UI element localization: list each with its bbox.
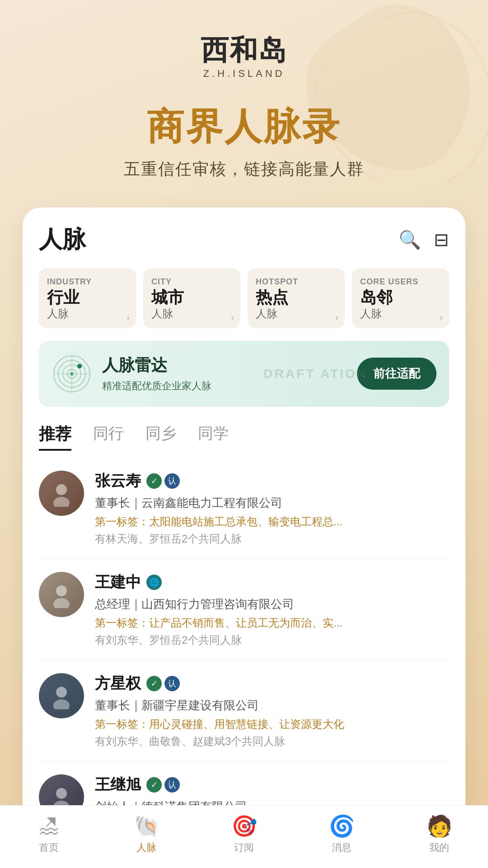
svg-point-6 [77,364,82,368]
person-row-0[interactable]: 张云寿 ✓认 董事长｜云南鑫能电力工程有限公司 第一标签：太阳能电站施工总承包、… [39,458,449,559]
category-tab-industry[interactable]: INDUSTRY 行业 人脉 › [39,268,136,328]
cat-tab-arrow-icon: › [335,312,338,323]
tab-同学[interactable]: 同学 [198,423,229,451]
card-title: 人脉 [39,224,86,255]
person-info: 王建中 🌐 总经理｜山西知行力管理咨询有限公司 第一标签：让产品不销而售、让员工… [95,572,449,647]
nav-item-首页[interactable]: 🏖 首页 [0,814,98,854]
person-title: 董事长｜新疆宇星建设有限公司 [95,698,449,713]
svg-point-9 [53,497,70,507]
person-title: 总经理｜山西知行力管理咨询有限公司 [95,596,449,612]
person-row-1[interactable]: 王建中 🌐 总经理｜山西知行力管理咨询有限公司 第一标签：让产品不销而售、让员工… [39,559,449,660]
person-mutual: 有林天海、罗恒岳2个共同人脉 [95,532,449,546]
radar-icon [52,354,92,394]
person-mutual: 有刘东华、曲敬鲁、赵建斌3个共同人脉 [95,734,449,749]
category-tab-coreusers[interactable]: CORE USERS 岛邻 人脉 › [352,268,449,328]
people-list: 张云寿 ✓认 董事长｜云南鑫能电力工程有限公司 第一标签：太阳能电站施工总承包、… [23,458,465,833]
radar-button[interactable]: 前往适配 [357,358,436,390]
header: 西和岛 Z.H.ISLAND [0,0,488,89]
nav-label-我的: 我的 [429,841,449,854]
tab-同乡[interactable]: 同乡 [145,423,176,451]
nav-label-首页: 首页 [39,841,59,854]
person-name: 王继旭 [95,774,141,795]
logo-text: 西和岛 [0,36,488,64]
badge-auth: 认 [164,777,180,793]
badge-verified: ✓ [146,777,162,793]
nav-item-我的[interactable]: 🧑 我的 [390,814,488,854]
cat-tab-zh-big: 行业 [47,288,128,307]
cat-tab-zh-big: 热点 [256,288,337,307]
cat-tab-arrow-icon: › [231,312,234,323]
person-avatar [39,673,84,718]
svg-point-13 [53,699,70,709]
nav-icon-首页: 🏖 [38,814,59,838]
category-tab-city[interactable]: CITY 城市 人脉 › [143,268,240,328]
nav-label-订阅: 订阅 [234,841,254,854]
person-name: 方星权 [95,673,141,694]
person-name-row: 方星权 ✓认 [95,673,449,694]
bottom-nav: 🏖 首页 🐚 人脉 🎯 订阅 🌀 消息 🧑 我的 [0,805,488,868]
tab-推荐[interactable]: 推荐 [39,423,71,451]
person-tag: 第一标签：用心灵碰撞、用智慧链接、让资源更大化 [95,717,449,731]
category-tab-hotspot[interactable]: HOTSPOT 热点 人脉 › [248,268,345,328]
cat-tab-zh-big: 岛邻 [360,288,441,307]
card-header: 人脉 🔍 ⊟ [39,224,449,255]
person-row-2[interactable]: 方星权 ✓认 董事长｜新疆宇星建设有限公司 第一标签：用心灵碰撞、用智慧链接、让… [39,660,449,762]
svg-point-8 [56,484,67,495]
sub-title: 五重信任审核，链接高能量人群 [0,158,488,180]
cat-tab-arrow-icon: › [440,312,443,323]
person-avatar [39,471,84,516]
nav-item-订阅[interactable]: 🎯 订阅 [195,814,293,854]
cat-tab-arrow-icon: › [127,312,130,323]
nav-icon-我的: 🧑 [427,814,452,838]
cat-tab-zh-small: 人脉 [151,307,232,321]
nav-icon-人脉: 🐚 [134,814,160,838]
nav-icon-订阅: 🎯 [231,814,257,838]
badge-auth: 认 [164,676,180,691]
person-tag: 第一标签：太阳能电站施工总承包、输变电工程总... [95,514,449,529]
nav-icon-消息: 🌀 [329,814,355,838]
cat-tab-zh-small: 人脉 [360,307,441,321]
cat-tab-en-label: INDUSTRY [47,277,128,287]
person-name-row: 王继旭 ✓认 [95,774,449,795]
svg-point-11 [53,598,70,608]
person-name-row: 王建中 🌐 [95,572,449,593]
badge-globe: 🌐 [146,575,162,590]
badge-verified: ✓ [146,676,162,691]
badge-verified: ✓ [146,473,162,489]
tabs-row: 推荐同行同乡同学 [23,407,465,458]
tab-同行[interactable]: 同行 [93,423,124,451]
svg-point-7 [70,372,74,376]
cat-tab-zh-small: 人脉 [47,307,128,321]
cat-tab-en-label: CORE USERS [360,277,441,287]
svg-point-14 [56,788,67,799]
logo-subtitle: Z.H.ISLAND [0,68,488,80]
person-info: 方星权 ✓认 董事长｜新疆宇星建设有限公司 第一标签：用心灵碰撞、用智慧链接、让… [95,673,449,749]
person-info: 张云寿 ✓认 董事长｜云南鑫能电力工程有限公司 第一标签：太阳能电站施工总承包、… [95,471,449,546]
nav-item-消息[interactable]: 🌀 消息 [293,814,390,854]
card-icon-group: 🔍 ⊟ [399,229,449,250]
search-icon[interactable]: 🔍 [399,229,421,250]
person-tag: 第一标签：让产品不销而售、让员工无为而治、实... [95,616,449,630]
nav-item-人脉[interactable]: 🐚 人脉 [98,814,195,854]
radar-title: 人脉雷达 [102,354,357,377]
person-name-row: 张云寿 ✓认 [95,471,449,491]
category-tabs: INDUSTRY 行业 人脉 › CITY 城市 人脉 › HOTSPOT 热点… [39,268,449,328]
cat-tab-zh-small: 人脉 [256,307,337,321]
filter-icon[interactable]: ⊟ [434,229,449,250]
cat-tab-zh-big: 城市 [151,288,232,307]
badge-auth: 认 [164,473,180,489]
cat-tab-en-label: CITY [151,277,232,287]
nav-label-消息: 消息 [332,841,352,854]
radar-banner: 人脉雷达 精准适配优质企业家人脉 DRAFT ATION 前往适配 [39,341,449,407]
svg-point-10 [56,585,67,596]
person-name: 王建中 [95,572,141,593]
radar-text: 人脉雷达 精准适配优质企业家人脉 [102,354,357,393]
person-title: 董事长｜云南鑫能电力工程有限公司 [95,495,449,511]
nav-label-人脉: 人脉 [136,841,156,854]
cat-tab-en-label: HOTSPOT [256,277,337,287]
main-card: 人脉 🔍 ⊟ INDUSTRY 行业 人脉 › CITY 城市 人脉 › HOT… [23,208,465,868]
radar-subtitle: 精准适配优质企业家人脉 [102,379,357,393]
person-mutual: 有刘东华、罗恒岳2个共同人脉 [95,633,449,647]
person-avatar [39,572,84,617]
person-name: 张云寿 [95,471,141,491]
